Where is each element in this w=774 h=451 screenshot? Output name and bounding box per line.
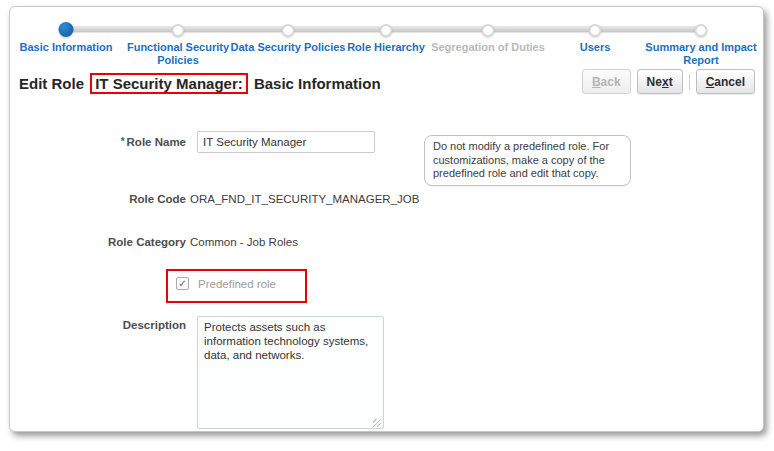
train-step-circle-role-hierarchy[interactable] xyxy=(380,24,393,37)
train-step-summary-and-impact-report[interactable]: Summary and Impact Report xyxy=(636,41,766,67)
role-code-label: Role Code xyxy=(16,193,186,205)
role-category-label: Role Category xyxy=(16,236,186,248)
train-step-circle-data-security-policies[interactable] xyxy=(282,24,295,37)
textarea-resize-handle-icon[interactable] xyxy=(373,419,381,427)
role-category-value: Common - Job Roles xyxy=(190,236,298,248)
role-name-label: *Role Name xyxy=(16,136,186,148)
predefined-role-info-box: Do not modify a predefined role. For cus… xyxy=(424,135,631,186)
description-label: Description xyxy=(16,319,186,331)
wizard-train: Basic Information Functional Security Po… xyxy=(10,7,763,77)
back-button: Back xyxy=(582,69,631,94)
train-step-circle-users[interactable] xyxy=(589,24,602,37)
page-title-role-name: IT Security Manager: xyxy=(95,75,243,92)
edit-role-window: Basic Information Functional Security Po… xyxy=(9,6,764,432)
next-button[interactable]: Next xyxy=(637,69,683,94)
required-asterisk-icon: * xyxy=(121,136,125,147)
train-step-circle-summary-and-impact-report[interactable] xyxy=(695,24,708,37)
predefined-role-label: Predefined role xyxy=(198,278,276,290)
role-code-value: ORA_FND_IT_SECURITY_MANAGER_JOB xyxy=(190,193,419,205)
description-textarea[interactable]: Protects assets such as information tech… xyxy=(197,316,384,429)
annotation-box-title: IT Security Manager: xyxy=(90,73,248,94)
train-step-circle-basic-information[interactable] xyxy=(59,22,74,37)
toolbar: Back Next Cancel xyxy=(582,69,755,94)
page-title-suffix: Basic Information xyxy=(254,75,381,92)
train-step-basic-information[interactable]: Basic Information xyxy=(1,41,131,54)
train-step-circle-segregation-of-duties xyxy=(482,24,495,37)
page-title: Edit Role IT Security Manager: Basic Inf… xyxy=(19,73,381,94)
toolbar-separator xyxy=(689,74,690,90)
cancel-button[interactable]: Cancel xyxy=(696,69,755,94)
train-step-circle-functional-security-policies[interactable] xyxy=(172,24,185,37)
page-title-prefix: Edit Role xyxy=(19,75,84,92)
role-name-input[interactable] xyxy=(197,131,375,153)
predefined-role-checkbox: ✓ xyxy=(176,277,189,290)
